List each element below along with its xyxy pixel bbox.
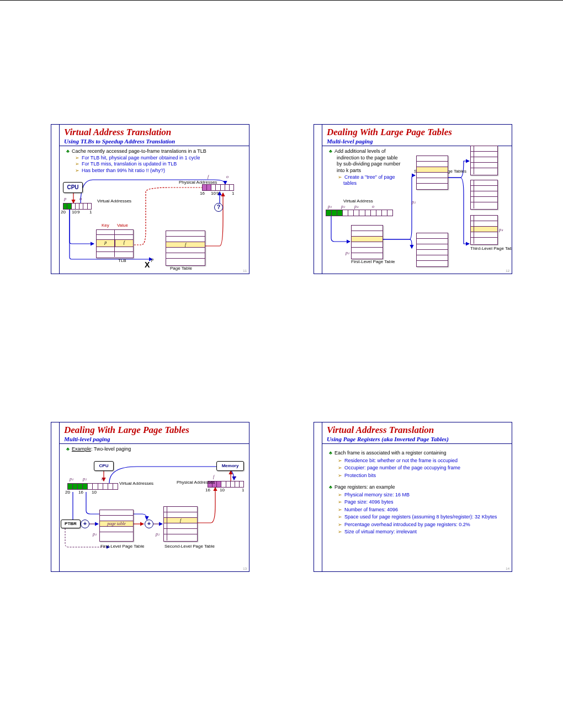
label-physical-addresses: Physical Addresses — [179, 180, 203, 185]
label-o: o — [102, 477, 104, 481]
label-f: f — [208, 174, 209, 179]
x-mark: X — [145, 260, 150, 269]
label-o: o — [79, 196, 82, 201]
slide-title: Dealing With Large Page Tables — [322, 125, 512, 138]
question-icon: ? — [214, 203, 223, 212]
label-p2: p — [151, 257, 153, 262]
label-p: p — [64, 196, 66, 201]
label-p3: p₃ — [499, 227, 503, 232]
slide-title: Virtual Address Translation — [322, 422, 512, 436]
slide-inverted: Virtual Address Translation Using Page R… — [314, 422, 512, 572]
tick: 1 — [232, 191, 234, 196]
sub-bullet: Number of frames: 4096 — [344, 507, 398, 512]
tick: 10 — [72, 210, 77, 215]
tick: 9 — [77, 210, 79, 215]
sub-bullet: Size of virtual memory: irrelevant — [344, 529, 417, 534]
sub-bullet: For TLB miss, translation is updated in … — [82, 161, 177, 167]
page-number: 11 — [243, 269, 247, 272]
label-first-level: First-Level Page Table — [100, 544, 134, 549]
sub-bullet: Has better than 99% hit ratio !! (why?) — [82, 168, 165, 173]
ptbr-box: PTBR — [61, 520, 81, 528]
tick: 20 — [61, 210, 66, 215]
label-tlb: TLB — [118, 258, 126, 263]
label-physical-addresses: Physical Addresses — [177, 480, 204, 485]
label-value: Value — [117, 223, 128, 228]
label-third-level: Third-Level Page Tables — [470, 246, 503, 251]
tick: 9 — [216, 191, 219, 196]
label-o: o — [226, 174, 229, 179]
sub-bullet: Page size: 4096 bytes — [344, 499, 394, 505]
slide-subtitle: Using TLBs to Speedup Address Translatio… — [60, 138, 249, 146]
slide-two-level-example: Dealing With Large Page Tables Multi-lev… — [51, 422, 249, 572]
slide-content: ♣Cache recently accessed page-to-frame t… — [60, 146, 249, 176]
label-p3b: p₃ — [354, 204, 358, 209]
pt-entry: page table — [100, 521, 133, 527]
label-first-level: First-Level Page Table — [351, 259, 384, 264]
sub-bullet: Protection bits — [344, 473, 376, 478]
tick: 1 — [89, 210, 92, 215]
cpu-box: CPU — [94, 461, 114, 471]
label-o: o — [234, 474, 236, 479]
tlb-val-f: f — [115, 240, 134, 247]
label-p1: p₁ — [70, 477, 73, 481]
bullet: Each frame is associated with a register… — [334, 450, 447, 456]
bullet-main: Cache recently accessed page-to-frame tr… — [72, 148, 206, 154]
slide-tlb: Virtual Address Translation Using TLBs t… — [51, 124, 249, 274]
pt-entry-f: f — [166, 242, 205, 248]
label-p2b: p₂ — [341, 204, 345, 209]
label-p2: p₂ — [412, 200, 416, 205]
label-f: f — [213, 474, 214, 479]
slide-title: Dealing With Large Page Tables — [60, 422, 249, 436]
slide-content: ♣Each frame is associated with a registe… — [322, 444, 512, 538]
label-p2: p₂ — [83, 477, 87, 481]
label-p1b: p₁ — [93, 532, 97, 537]
slide-title: Virtual Address Translation — [60, 125, 249, 138]
memory-box: Memory — [216, 461, 244, 471]
slide-subtitle: Multi-level paging — [60, 436, 249, 444]
tick: 10 — [220, 488, 225, 493]
sub-bullet: Space used for page registers (assuming … — [344, 514, 497, 520]
cpu-box: CPU — [63, 182, 83, 193]
sub-bullet: Physical memory size: 16 MB — [344, 492, 410, 497]
label-key: Key — [102, 223, 109, 228]
tick: 20 — [65, 490, 70, 495]
label-virtual-addresses: Virtual Addresses — [119, 481, 147, 486]
pt-entry-f: f — [164, 518, 197, 523]
tick: 10 — [211, 191, 216, 196]
label-virtual-addresses: Virtual Addresses — [97, 199, 125, 204]
tick: 1 — [242, 488, 244, 493]
tick: 16 — [205, 488, 210, 493]
example-text: : Two-level paging — [91, 446, 131, 452]
slide-content: ♣Example: Two-level paging — [60, 444, 249, 455]
label-p1: p₁ — [328, 204, 332, 209]
bullet: Page registers: an example — [334, 484, 395, 490]
plus-icon: + — [145, 520, 153, 528]
sub-bullet: Residence bit: whether or not the frame … — [344, 458, 458, 463]
sub-bullet: For TLB hit, physical page number obtain… — [82, 155, 200, 160]
slide-subtitle: Using Page Registers (aka Inverted Page … — [322, 436, 512, 444]
page-number: 13 — [243, 567, 247, 570]
tlb-key-p: p — [97, 240, 115, 247]
tick: 10 — [92, 490, 97, 495]
label-second-level: Second-Level Page Table — [164, 544, 200, 549]
sub-bullet: Percentage overhead introduced by page r… — [344, 522, 470, 527]
label-p2b: p₂ — [156, 532, 160, 537]
tick: 16 — [200, 191, 205, 196]
sub-bullet: Occupier: page number of the page occupy… — [344, 465, 460, 470]
plus-icon: + — [81, 520, 89, 528]
example-label: Example — [72, 446, 91, 452]
tick: 16 — [78, 490, 83, 495]
label-o: o — [372, 204, 374, 209]
label-virtual-address: Virtual Address — [343, 199, 373, 204]
page-number: 14 — [506, 567, 509, 570]
page-number: 12 — [506, 269, 509, 272]
slide-multilevel: Dealing With Large Page Tables Multi-lev… — [314, 124, 512, 274]
label-p1b: p₁ — [346, 250, 349, 255]
label-page-table: Page Table — [170, 266, 192, 271]
